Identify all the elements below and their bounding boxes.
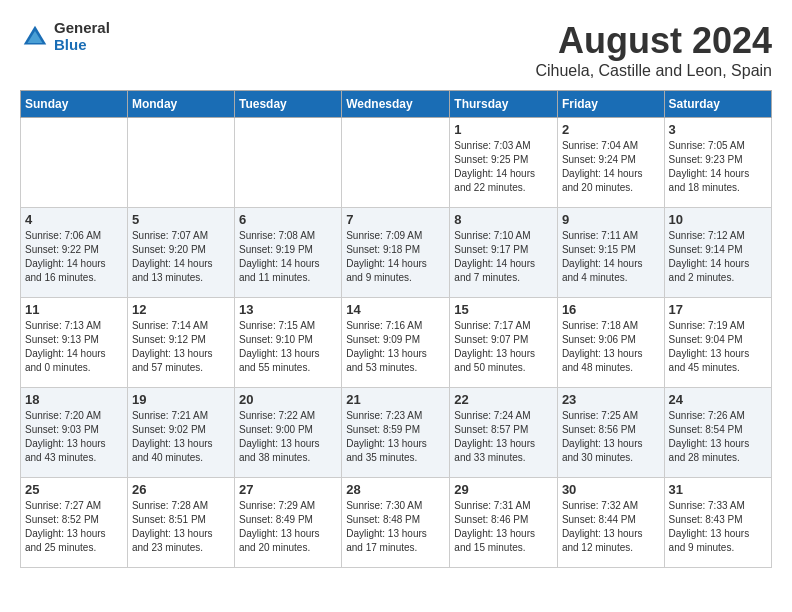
day-info: Sunrise: 7:17 AMSunset: 9:07 PMDaylight:… xyxy=(454,319,553,375)
calendar-cell: 10Sunrise: 7:12 AMSunset: 9:14 PMDayligh… xyxy=(664,208,771,298)
calendar-cell: 16Sunrise: 7:18 AMSunset: 9:06 PMDayligh… xyxy=(557,298,664,388)
day-info: Sunrise: 7:20 AMSunset: 9:03 PMDaylight:… xyxy=(25,409,123,465)
logo-general: General xyxy=(54,20,110,37)
weekday-header: Saturday xyxy=(664,91,771,118)
calendar-cell: 14Sunrise: 7:16 AMSunset: 9:09 PMDayligh… xyxy=(342,298,450,388)
day-info: Sunrise: 7:05 AMSunset: 9:23 PMDaylight:… xyxy=(669,139,767,195)
calendar-week-row: 1Sunrise: 7:03 AMSunset: 9:25 PMDaylight… xyxy=(21,118,772,208)
calendar-cell: 8Sunrise: 7:10 AMSunset: 9:17 PMDaylight… xyxy=(450,208,558,298)
logo: General Blue xyxy=(20,20,110,53)
day-number: 20 xyxy=(239,392,337,407)
day-info: Sunrise: 7:29 AMSunset: 8:49 PMDaylight:… xyxy=(239,499,337,555)
calendar-week-row: 4Sunrise: 7:06 AMSunset: 9:22 PMDaylight… xyxy=(21,208,772,298)
page-header: General Blue August 2024 Cihuela, Castil… xyxy=(20,20,772,80)
day-number: 31 xyxy=(669,482,767,497)
day-info: Sunrise: 7:23 AMSunset: 8:59 PMDaylight:… xyxy=(346,409,445,465)
day-info: Sunrise: 7:11 AMSunset: 9:15 PMDaylight:… xyxy=(562,229,660,285)
day-number: 7 xyxy=(346,212,445,227)
day-number: 12 xyxy=(132,302,230,317)
day-number: 29 xyxy=(454,482,553,497)
calendar-week-row: 18Sunrise: 7:20 AMSunset: 9:03 PMDayligh… xyxy=(21,388,772,478)
weekday-header: Sunday xyxy=(21,91,128,118)
day-info: Sunrise: 7:22 AMSunset: 9:00 PMDaylight:… xyxy=(239,409,337,465)
calendar-week-row: 25Sunrise: 7:27 AMSunset: 8:52 PMDayligh… xyxy=(21,478,772,568)
day-number: 26 xyxy=(132,482,230,497)
day-info: Sunrise: 7:27 AMSunset: 8:52 PMDaylight:… xyxy=(25,499,123,555)
calendar-cell: 28Sunrise: 7:30 AMSunset: 8:48 PMDayligh… xyxy=(342,478,450,568)
subtitle: Cihuela, Castille and Leon, Spain xyxy=(535,62,772,80)
day-number: 30 xyxy=(562,482,660,497)
day-number: 25 xyxy=(25,482,123,497)
day-number: 3 xyxy=(669,122,767,137)
day-number: 10 xyxy=(669,212,767,227)
day-info: Sunrise: 7:10 AMSunset: 9:17 PMDaylight:… xyxy=(454,229,553,285)
weekday-header: Tuesday xyxy=(235,91,342,118)
calendar-cell: 2Sunrise: 7:04 AMSunset: 9:24 PMDaylight… xyxy=(557,118,664,208)
calendar-cell: 24Sunrise: 7:26 AMSunset: 8:54 PMDayligh… xyxy=(664,388,771,478)
day-number: 21 xyxy=(346,392,445,407)
day-number: 1 xyxy=(454,122,553,137)
day-info: Sunrise: 7:28 AMSunset: 8:51 PMDaylight:… xyxy=(132,499,230,555)
day-info: Sunrise: 7:12 AMSunset: 9:14 PMDaylight:… xyxy=(669,229,767,285)
weekday-header: Monday xyxy=(127,91,234,118)
day-number: 8 xyxy=(454,212,553,227)
calendar-cell: 17Sunrise: 7:19 AMSunset: 9:04 PMDayligh… xyxy=(664,298,771,388)
calendar-header-row: SundayMondayTuesdayWednesdayThursdayFrid… xyxy=(21,91,772,118)
calendar-cell: 19Sunrise: 7:21 AMSunset: 9:02 PMDayligh… xyxy=(127,388,234,478)
day-number: 27 xyxy=(239,482,337,497)
day-number: 6 xyxy=(239,212,337,227)
day-info: Sunrise: 7:21 AMSunset: 9:02 PMDaylight:… xyxy=(132,409,230,465)
day-number: 22 xyxy=(454,392,553,407)
calendar-cell xyxy=(235,118,342,208)
weekday-header: Thursday xyxy=(450,91,558,118)
weekday-header: Friday xyxy=(557,91,664,118)
day-info: Sunrise: 7:30 AMSunset: 8:48 PMDaylight:… xyxy=(346,499,445,555)
day-info: Sunrise: 7:26 AMSunset: 8:54 PMDaylight:… xyxy=(669,409,767,465)
main-title: August 2024 xyxy=(535,20,772,62)
day-number: 13 xyxy=(239,302,337,317)
logo-text: General Blue xyxy=(54,20,110,53)
calendar-cell: 4Sunrise: 7:06 AMSunset: 9:22 PMDaylight… xyxy=(21,208,128,298)
day-info: Sunrise: 7:16 AMSunset: 9:09 PMDaylight:… xyxy=(346,319,445,375)
day-number: 2 xyxy=(562,122,660,137)
logo-icon xyxy=(20,22,50,52)
day-info: Sunrise: 7:18 AMSunset: 9:06 PMDaylight:… xyxy=(562,319,660,375)
day-info: Sunrise: 7:04 AMSunset: 9:24 PMDaylight:… xyxy=(562,139,660,195)
day-number: 17 xyxy=(669,302,767,317)
day-number: 15 xyxy=(454,302,553,317)
weekday-header: Wednesday xyxy=(342,91,450,118)
calendar-cell: 23Sunrise: 7:25 AMSunset: 8:56 PMDayligh… xyxy=(557,388,664,478)
day-info: Sunrise: 7:14 AMSunset: 9:12 PMDaylight:… xyxy=(132,319,230,375)
calendar-cell: 25Sunrise: 7:27 AMSunset: 8:52 PMDayligh… xyxy=(21,478,128,568)
calendar-cell: 9Sunrise: 7:11 AMSunset: 9:15 PMDaylight… xyxy=(557,208,664,298)
day-number: 24 xyxy=(669,392,767,407)
calendar-cell xyxy=(342,118,450,208)
calendar-cell: 13Sunrise: 7:15 AMSunset: 9:10 PMDayligh… xyxy=(235,298,342,388)
day-info: Sunrise: 7:32 AMSunset: 8:44 PMDaylight:… xyxy=(562,499,660,555)
title-section: August 2024 Cihuela, Castille and Leon, … xyxy=(535,20,772,80)
day-number: 5 xyxy=(132,212,230,227)
day-number: 18 xyxy=(25,392,123,407)
day-info: Sunrise: 7:07 AMSunset: 9:20 PMDaylight:… xyxy=(132,229,230,285)
day-number: 4 xyxy=(25,212,123,227)
day-info: Sunrise: 7:08 AMSunset: 9:19 PMDaylight:… xyxy=(239,229,337,285)
calendar-cell: 30Sunrise: 7:32 AMSunset: 8:44 PMDayligh… xyxy=(557,478,664,568)
day-info: Sunrise: 7:33 AMSunset: 8:43 PMDaylight:… xyxy=(669,499,767,555)
calendar-cell: 3Sunrise: 7:05 AMSunset: 9:23 PMDaylight… xyxy=(664,118,771,208)
day-info: Sunrise: 7:06 AMSunset: 9:22 PMDaylight:… xyxy=(25,229,123,285)
calendar-cell xyxy=(127,118,234,208)
day-info: Sunrise: 7:25 AMSunset: 8:56 PMDaylight:… xyxy=(562,409,660,465)
calendar-week-row: 11Sunrise: 7:13 AMSunset: 9:13 PMDayligh… xyxy=(21,298,772,388)
day-number: 23 xyxy=(562,392,660,407)
day-info: Sunrise: 7:13 AMSunset: 9:13 PMDaylight:… xyxy=(25,319,123,375)
day-number: 9 xyxy=(562,212,660,227)
calendar-cell: 31Sunrise: 7:33 AMSunset: 8:43 PMDayligh… xyxy=(664,478,771,568)
calendar-cell: 18Sunrise: 7:20 AMSunset: 9:03 PMDayligh… xyxy=(21,388,128,478)
calendar-cell: 5Sunrise: 7:07 AMSunset: 9:20 PMDaylight… xyxy=(127,208,234,298)
calendar-cell: 20Sunrise: 7:22 AMSunset: 9:00 PMDayligh… xyxy=(235,388,342,478)
day-info: Sunrise: 7:03 AMSunset: 9:25 PMDaylight:… xyxy=(454,139,553,195)
day-info: Sunrise: 7:09 AMSunset: 9:18 PMDaylight:… xyxy=(346,229,445,285)
calendar-cell: 22Sunrise: 7:24 AMSunset: 8:57 PMDayligh… xyxy=(450,388,558,478)
logo-blue: Blue xyxy=(54,37,110,54)
calendar-cell: 6Sunrise: 7:08 AMSunset: 9:19 PMDaylight… xyxy=(235,208,342,298)
